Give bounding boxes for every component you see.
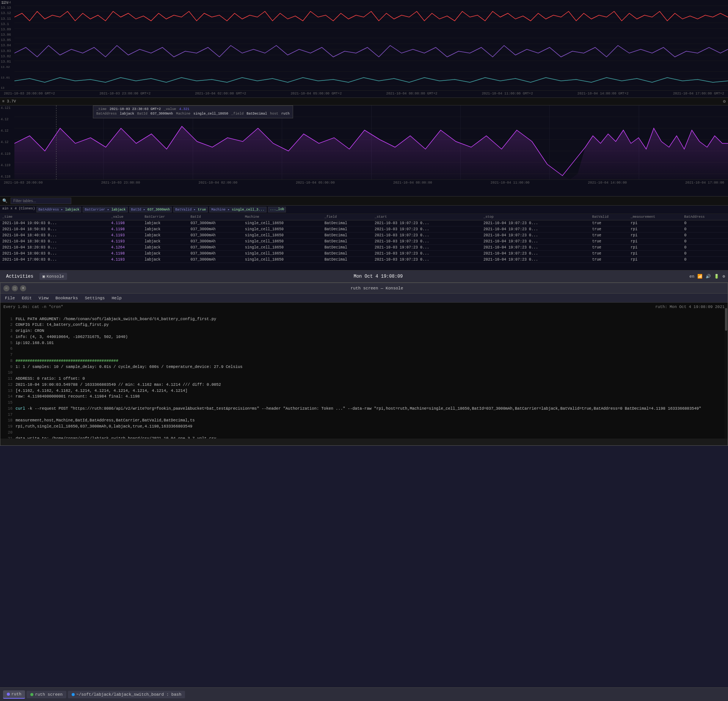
y-label: 4.118: [1, 175, 14, 179]
col-header-batvalid[interactable]: BatValid: [590, 214, 629, 220]
konsole-content-area: Every 1.0s: cat -n "cron"ruth: Mon Oct 4…: [0, 303, 728, 439]
menu-help[interactable]: Help: [108, 295, 124, 301]
search-icon: 🔍: [2, 198, 8, 203]
y-label: 13: [1, 86, 14, 90]
col-header-batcarrier[interactable]: BatCarrier: [142, 214, 188, 220]
btask-ruth-screen[interactable]: ruth screen: [27, 691, 66, 698]
table-row[interactable]: 2021-10-04 18:30:03 0... 4.1193 labjack …: [0, 239, 728, 245]
col-header-stop[interactable]: _stop: [481, 214, 590, 220]
clock-display: Mon Oct 4 19:08:09: [354, 274, 403, 279]
tag-row: ain x 4 (Clones) BatAddress ▸ labjack Ba…: [0, 206, 728, 214]
table-row[interactable]: 2021-10-04 18:50:03 0... 4.1198 labjack …: [0, 226, 728, 233]
cell-bataddress: 0: [682, 226, 728, 233]
table-row[interactable]: 2021-10-04 18:00:03 0... 4.1198 labjack …: [0, 251, 728, 257]
konsole-close-button[interactable]: ×: [20, 285, 26, 291]
cell-field: BatDecimal: [322, 251, 372, 257]
y-label: 13.02: [1, 65, 14, 69]
watch-command-header: Every 1.0s: cat -n "cron"ruth: Mon Oct 4…: [3, 304, 725, 310]
tooltip-value-label: _value: [164, 107, 176, 111]
cell-value: 4.1264: [109, 245, 142, 251]
cell-bataddress: 0: [682, 220, 728, 226]
table-body: 2021-10-04 19:09:03 0... 4.1198 labjack …: [0, 220, 728, 263]
col-header-batid[interactable]: BatId: [188, 214, 243, 220]
table-row[interactable]: 2021-10-04 18:20:03 0... 4.1264 labjack …: [0, 245, 728, 251]
col-header-time[interactable]: _time: [0, 214, 109, 220]
taskbar-right: en 📶 🔊 🔋 ⚙: [689, 274, 725, 279]
konsole-title: ruth screen — Konsole: [29, 286, 725, 291]
cell-stop: 2021-10-04 19:07:23 0...: [481, 251, 590, 257]
time-label: 2021-10-03 23:00:00: [101, 181, 140, 185]
cell-start: 2021-10-03 19:07:23 0...: [372, 245, 481, 251]
cell-start: 2021-10-03 19:07:23 0...: [372, 251, 481, 257]
table-row[interactable]: 2021-10-04 19:09:03 0... 4.1198 labjack …: [0, 220, 728, 226]
network-icon: 📶: [697, 274, 703, 279]
tag-machine[interactable]: Machine ▸ single_cell_3...: [209, 207, 266, 212]
y-label: 4.119: [1, 152, 14, 156]
cell-field: BatDecimal: [322, 233, 372, 239]
cell-bataddress: 0: [682, 245, 728, 251]
col-header-field[interactable]: _field: [322, 214, 372, 220]
terminal-line-12: 122021-10-04 19:00:03.549788 / 163336680…: [3, 382, 725, 388]
tag-batid[interactable]: BatId ▸ 037_3000mAh: [129, 207, 172, 212]
table-filter-input[interactable]: [11, 198, 71, 204]
cell-start: 2021-10-03 19:07:23 0...: [372, 226, 481, 233]
menu-view[interactable]: View: [36, 295, 52, 301]
cell-machine: single_cell_18650: [243, 239, 322, 245]
cell-value: 4.1198: [109, 226, 142, 233]
bottom-taskbar: ruth ruth screen ~/soft/labjack/labjack_…: [0, 687, 728, 701]
time-label: 2021-10-04 17:00:00: [685, 181, 724, 185]
cell-batid: 037_3000mAh: [188, 245, 243, 251]
terminal-line-21: 21data write to: /home/conan/soft/labjac…: [3, 436, 725, 439]
cell-start: 2021-10-03 19:07:23 0...: [372, 239, 481, 245]
tag-batcarrier[interactable]: BatCarrier ▸ labjack: [83, 207, 127, 212]
konsole-taskbar-button[interactable]: ▣ Konsole: [39, 273, 67, 280]
terminal-line-8: 8#######################################…: [3, 358, 725, 364]
col-header-value[interactable]: _value: [109, 214, 142, 220]
tag-extra[interactable]: ..._lob: [268, 207, 286, 212]
btask-ruth[interactable]: ruth: [3, 690, 25, 699]
activities-button[interactable]: Activities: [3, 272, 36, 281]
col-header-machine[interactable]: Machine: [243, 214, 322, 220]
mid-chart-label: ≡ 3.7V: [2, 99, 16, 104]
table-row[interactable]: 2021-10-04 18:40:03 0... 4.1193 labjack …: [0, 233, 728, 239]
terminal-line-4: 4info: (4, 3, 440010664, -1062731675, 50…: [3, 334, 725, 340]
tooltip-field-val: BatDecimal: [246, 112, 267, 116]
konsole-maximize-button[interactable]: □: [12, 285, 18, 291]
cell-machine: single_cell_18650: [243, 257, 322, 263]
cell-machine: single_cell_18650: [243, 251, 322, 257]
menu-settings[interactable]: Settings: [82, 295, 108, 301]
btask-bash[interactable]: ~/soft/labjack/labjack_switch_board : ba…: [68, 691, 185, 698]
purple-chart-svg: [14, 32, 728, 64]
table-row[interactable]: 2021-10-04 17:00:03 0... 4.1193 labjack …: [0, 257, 728, 263]
battery-icon: 🔋: [714, 274, 719, 279]
gear-icon[interactable]: ⚙: [723, 99, 726, 104]
tag-bataddress[interactable]: BatAddress ▸ labjack: [36, 207, 81, 212]
time-label: 2021-10-04 11:00:00: [491, 181, 530, 185]
cell-field: BatDecimal: [322, 257, 372, 263]
konsole-scrollbar[interactable]: [725, 304, 728, 439]
tooltip-batid-label: BatId: [137, 112, 147, 116]
menu-edit[interactable]: Edit: [19, 295, 35, 301]
cell-value: 4.1193: [109, 233, 142, 239]
menu-file[interactable]: File: [2, 295, 18, 301]
menu-bookmarks[interactable]: Bookmarks: [52, 295, 81, 301]
timestamp-header: ruth: Mon Oct 4 19:08:09 2021: [655, 304, 725, 310]
cell-field: BatDecimal: [322, 245, 372, 251]
col-header-start[interactable]: _start: [372, 214, 481, 220]
cell-batid: 037_3000mAh: [188, 220, 243, 226]
konsole-minimize-button[interactable]: −: [3, 285, 9, 291]
scrollbar-thumb[interactable]: [725, 308, 727, 331]
cell-measurement: rpi: [628, 239, 682, 245]
y-label: 4.12: [1, 140, 14, 144]
cell-stop: 2021-10-04 19:07:23 0...: [481, 245, 590, 251]
col-header-bataddress[interactable]: BatAddress: [682, 214, 728, 220]
cell-batid: 037_3000mAh: [188, 233, 243, 239]
tag-batvalid[interactable]: BatValid ▸ true: [173, 207, 208, 212]
terminal-line-10: 10: [3, 370, 725, 376]
cell-machine: single_cell_18650: [243, 220, 322, 226]
tooltip-row-time: _time 2021-10-03 23:30:03 GMT+2 _value 4…: [96, 107, 290, 111]
clone-count-label: ain x 4 (Clones): [2, 207, 35, 212]
cell-time: 2021-10-04 17:00:03 0...: [0, 257, 109, 263]
cell-bataddress: 0: [682, 251, 728, 257]
col-header-measurement[interactable]: _measurement: [628, 214, 682, 220]
